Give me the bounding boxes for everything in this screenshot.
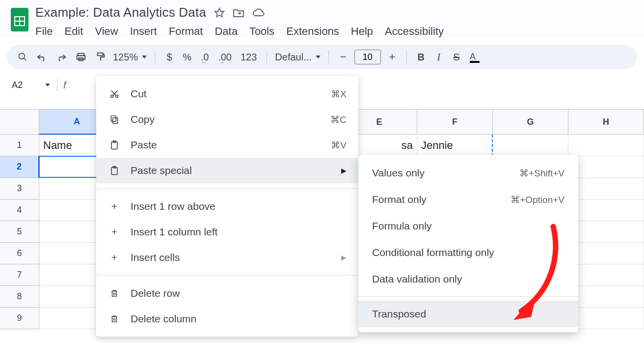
- paint-format-button[interactable]: [93, 50, 108, 64]
- cell-h2[interactable]: [568, 156, 644, 178]
- sub-format-only[interactable]: Format only ⌘+Option+V: [358, 186, 578, 213]
- sub-conditional-formatting-only[interactable]: Conditional formatting only: [358, 239, 578, 266]
- sub-values-only-shortcut: ⌘+Shift+V: [519, 168, 564, 179]
- cut-icon: [108, 89, 121, 99]
- print-button[interactable]: [74, 50, 88, 64]
- redo-button[interactable]: [54, 50, 69, 64]
- trash-icon: [108, 314, 121, 324]
- name-box[interactable]: A2: [7, 80, 53, 90]
- sub-format-only-label: Format only: [372, 194, 504, 205]
- search-icon[interactable]: [16, 50, 29, 64]
- star-icon[interactable]: [214, 7, 225, 18]
- row-header-8[interactable]: 8: [0, 286, 39, 308]
- ctx-paste-label: Paste: [131, 139, 321, 151]
- text-color-button[interactable]: A: [468, 50, 482, 64]
- ctx-insert-row-label: Insert 1 row above: [131, 200, 347, 212]
- menu-separator: [96, 188, 358, 189]
- font-family-dropdown[interactable]: Defaul...: [275, 52, 320, 63]
- ctx-insert-column-left[interactable]: + Insert 1 column left: [96, 219, 358, 245]
- menu-extensions[interactable]: Extensions: [286, 25, 339, 38]
- submenu-arrow-icon: ▶: [341, 254, 347, 261]
- paste-special-icon: [108, 165, 121, 176]
- menu-accessibility[interactable]: Accessibility: [385, 25, 444, 38]
- ctx-cut[interactable]: Cut ⌘X: [96, 81, 358, 107]
- menu-format[interactable]: Format: [169, 25, 203, 38]
- column-header-f[interactable]: F: [417, 109, 493, 135]
- cell-h4[interactable]: [568, 200, 644, 221]
- ctx-copy[interactable]: Copy ⌘C: [96, 107, 358, 132]
- sub-formula-only[interactable]: Formula only: [358, 213, 578, 239]
- chevron-down-icon: [142, 56, 147, 58]
- cell-h1[interactable]: [568, 135, 644, 156]
- row-header-9[interactable]: 9: [0, 308, 39, 329]
- ctx-insert-row-above[interactable]: + Insert 1 row above: [96, 194, 358, 219]
- plus-icon: +: [108, 200, 121, 212]
- menu-view[interactable]: View: [95, 25, 118, 38]
- cell-h5[interactable]: [568, 221, 644, 243]
- cell-h9[interactable]: [568, 308, 644, 329]
- ctx-delete-column[interactable]: Delete column: [96, 306, 358, 332]
- increase-decimal-button[interactable]: .00→: [216, 50, 234, 64]
- header: Example: Data Analytics Data File Edit V…: [0, 0, 644, 38]
- sub-values-only-label: Values only: [372, 167, 512, 179]
- menu-insert[interactable]: Insert: [130, 25, 157, 38]
- ctx-paste[interactable]: Paste ⌘V: [96, 132, 358, 158]
- ctx-copy-shortcut: ⌘C: [330, 114, 347, 125]
- format-currency-button[interactable]: $: [163, 50, 176, 64]
- context-menu: Cut ⌘X Copy ⌘C Paste ⌘V Paste special ▶ …: [96, 76, 358, 337]
- more-formats-button[interactable]: 123: [239, 50, 259, 64]
- font-size-decrease[interactable]: −: [337, 50, 349, 64]
- row-header-2[interactable]: 2: [0, 156, 39, 178]
- bold-button[interactable]: B: [415, 50, 428, 64]
- menu-tools[interactable]: Tools: [249, 25, 274, 38]
- document-title[interactable]: Example: Data Analytics Data: [35, 5, 206, 20]
- sub-transposed[interactable]: Transposed: [358, 301, 578, 327]
- row-header-4[interactable]: 4: [0, 200, 39, 221]
- row-header-3[interactable]: 3: [0, 178, 39, 200]
- move-to-folder-icon[interactable]: [233, 8, 244, 18]
- toolbar-separator: [155, 50, 155, 64]
- row-header-5[interactable]: 5: [0, 221, 39, 243]
- strikethrough-button[interactable]: S: [450, 50, 463, 64]
- ctx-insert-cells[interactable]: + Insert cells ▶: [96, 245, 358, 270]
- cell-f1[interactable]: Jennie: [417, 135, 493, 156]
- vertical-separator: [57, 79, 57, 91]
- row-header-6[interactable]: 6: [0, 243, 39, 264]
- ctx-copy-label: Copy: [131, 114, 321, 125]
- ctx-insert-col-label: Insert 1 column left: [131, 226, 347, 238]
- plus-icon: +: [108, 226, 121, 238]
- font-size-increase[interactable]: +: [386, 50, 399, 64]
- menu-edit[interactable]: Edit: [64, 25, 83, 38]
- menu-data[interactable]: Data: [215, 25, 237, 38]
- cell-h7[interactable]: [568, 264, 644, 286]
- ctx-paste-special[interactable]: Paste special ▶: [96, 158, 358, 183]
- svg-point-5: [19, 54, 25, 59]
- font-size-input[interactable]: 10: [354, 50, 381, 64]
- cell-h3[interactable]: [568, 178, 644, 200]
- format-percent-button[interactable]: %: [181, 50, 193, 64]
- select-all-corner[interactable]: [0, 109, 39, 135]
- italic-button[interactable]: I: [432, 50, 445, 64]
- cell-h8[interactable]: [568, 286, 644, 308]
- ctx-cut-label: Cut: [131, 88, 321, 100]
- decrease-decimal-button[interactable]: .0←: [198, 50, 211, 64]
- sub-values-only[interactable]: Values only ⌘+Shift+V: [358, 160, 578, 186]
- ctx-delete-row[interactable]: Delete row: [96, 281, 358, 306]
- column-header-g[interactable]: G: [493, 109, 568, 135]
- cloud-status-icon[interactable]: [252, 8, 265, 18]
- column-header-h[interactable]: H: [568, 109, 644, 135]
- menu-help[interactable]: Help: [351, 25, 373, 38]
- toolbar: 125% $ % .0← .00→ 123 Defaul... − 10 + B…: [7, 45, 637, 69]
- sub-format-only-shortcut: ⌘+Option+V: [510, 194, 564, 205]
- undo-button[interactable]: [34, 50, 49, 64]
- row-header-7[interactable]: 7: [0, 264, 39, 286]
- menubar: File Edit View Insert Format Data Tools …: [35, 20, 644, 38]
- row-header-1[interactable]: 1: [0, 135, 39, 156]
- sheets-logo[interactable]: [8, 5, 31, 34]
- menu-file[interactable]: File: [35, 25, 53, 38]
- sub-data-validation-only[interactable]: Data validation only: [358, 266, 578, 292]
- cell-g1[interactable]: [493, 135, 568, 156]
- zoom-dropdown[interactable]: 125%: [113, 52, 147, 63]
- ctx-insert-cells-label: Insert cells: [131, 252, 331, 263]
- cell-h6[interactable]: [568, 243, 644, 264]
